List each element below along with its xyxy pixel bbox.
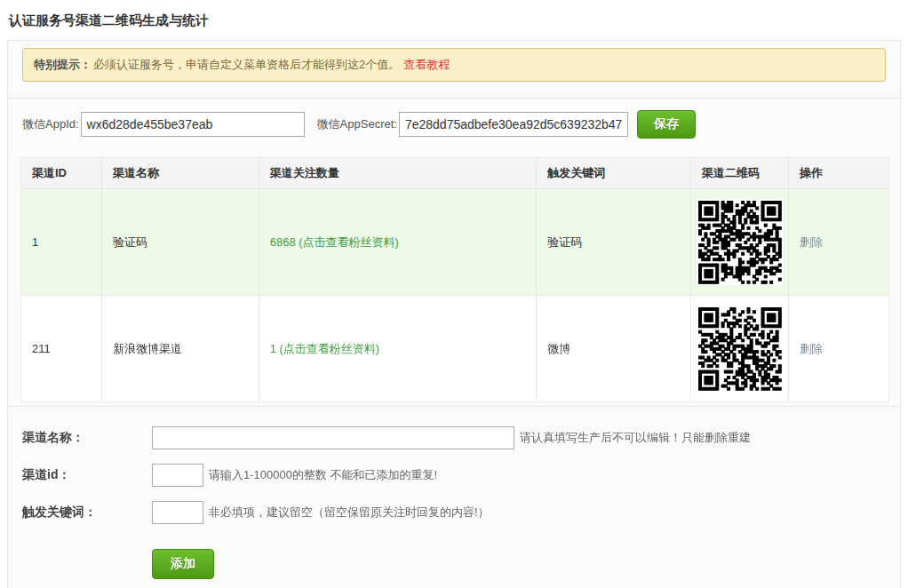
channel-name-input[interactable] — [152, 426, 514, 449]
channel-id-label: 渠道id： — [22, 467, 152, 483]
cell-channel-id: 1 — [21, 189, 102, 296]
trigger-keyword-input[interactable] — [152, 501, 203, 524]
add-button[interactable]: 添加 — [152, 549, 214, 579]
header-channel-qr: 渠道二维码 — [691, 158, 789, 189]
delete-link[interactable]: 删除 — [800, 342, 823, 355]
appsecret-input[interactable] — [399, 112, 628, 137]
appsecret-label: 微信AppSecret: — [317, 116, 397, 132]
table-header-row: 渠道ID 渠道名称 渠道关注数量 触发关键词 渠道二维码 操作 — [21, 158, 889, 189]
notice-text: 必须认证服务号，申请自定义菜单资格后才能得到这2个值。 — [93, 58, 400, 71]
cell-channel-name: 新浪微博渠道 — [101, 296, 259, 402]
qr-code-image — [697, 306, 783, 392]
trigger-keyword-hint: 非必填项，建议留空（留空保留原关注时回复的内容!） — [209, 505, 490, 520]
page-title: 认证服务号渠道二维码生成与统计 — [0, 0, 908, 40]
header-follow-count: 渠道关注数量 — [259, 158, 537, 189]
main-panel: 特别提示：必须认证服务号，申请自定义菜单资格后才能得到这2个值。查看教程 微信A… — [7, 40, 901, 588]
followers-detail-link[interactable]: 6868 (点击查看粉丝资料) — [270, 235, 399, 249]
cell-trigger-keyword: 微博 — [537, 296, 691, 402]
table-row: 211 新浪微博渠道 1 (点击查看粉丝资料) 微博 删除 — [21, 296, 889, 402]
cell-channel-name: 验证码 — [101, 189, 259, 296]
channel-name-hint: 请认真填写生产后不可以编辑！只能删除重建 — [520, 430, 751, 446]
channel-id-input[interactable] — [152, 464, 203, 487]
qr-code-image — [697, 199, 783, 285]
notice-prefix: 特别提示： — [34, 58, 92, 71]
channels-table-section: 渠道ID 渠道名称 渠道关注数量 触发关键词 渠道二维码 操作 1 验证码 68… — [8, 150, 900, 402]
header-trigger-keyword: 触发关键词 — [537, 158, 691, 189]
channel-id-hint: 请输入1-100000的整数 不能和已添加的重复! — [209, 467, 437, 483]
notice-banner: 特别提示：必须认证服务号，申请自定义菜单资格后才能得到这2个值。查看教程 — [22, 48, 886, 82]
header-actions: 操作 — [789, 158, 889, 189]
cell-trigger-keyword: 验证码 — [537, 189, 691, 296]
followers-detail-link[interactable]: 1 (点击查看粉丝资料) — [270, 342, 380, 355]
credentials-form: 微信AppId: 微信AppSecret: 保存 — [8, 98, 900, 150]
delete-link[interactable]: 删除 — [800, 235, 823, 249]
channels-table: 渠道ID 渠道名称 渠道关注数量 触发关键词 渠道二维码 操作 1 验证码 68… — [20, 157, 889, 402]
cell-channel-id: 211 — [21, 296, 102, 402]
trigger-keyword-label: 触发关键词： — [22, 505, 152, 520]
view-tutorial-link[interactable]: 查看教程 — [403, 58, 450, 71]
alert-section: 特别提示：必须认证服务号，申请自定义菜单资格后才能得到这2个值。查看教程 — [8, 41, 900, 98]
save-button[interactable]: 保存 — [637, 110, 696, 139]
channel-name-label: 渠道名称： — [22, 430, 152, 446]
table-row: 1 验证码 6868 (点击查看粉丝资料) 验证码 删除 — [21, 189, 889, 296]
appid-input[interactable] — [81, 112, 305, 137]
add-channel-form: 渠道名称： 请认真填写生产后不可以编辑！只能删除重建 渠道id： 请输入1-10… — [8, 406, 900, 588]
header-channel-name: 渠道名称 — [101, 158, 259, 189]
appid-label: 微信AppId: — [22, 116, 79, 132]
header-channel-id: 渠道ID — [21, 158, 102, 189]
